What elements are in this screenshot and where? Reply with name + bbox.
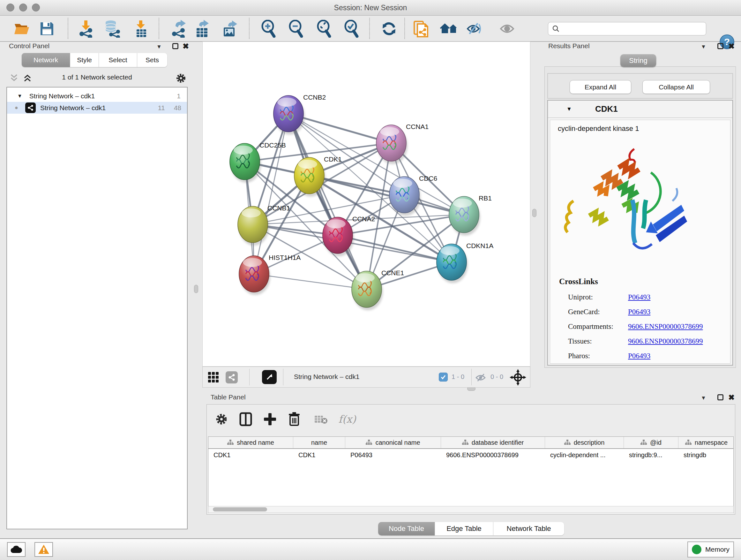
tab-string[interactable]: String xyxy=(620,54,656,67)
column-header-canonical-name[interactable]: canonical name xyxy=(345,437,441,448)
network-node-hist1h1a[interactable] xyxy=(239,256,270,295)
table-panel-float-icon[interactable] xyxy=(718,394,724,400)
delete-column-button[interactable] xyxy=(285,411,303,428)
network-edge[interactable] xyxy=(254,274,367,289)
network-node-rb1[interactable] xyxy=(449,196,480,236)
crosslink-value-link[interactable]: P06493 xyxy=(628,293,650,301)
tab-edge-table[interactable]: Edge Table xyxy=(435,522,493,536)
results-panel-menu-icon[interactable]: ▼ xyxy=(701,44,706,50)
create-column-button[interactable] xyxy=(261,411,279,428)
network-node-ccne1[interactable] xyxy=(352,271,383,310)
protein-collapse-icon[interactable]: ▼ xyxy=(566,106,572,112)
update-view-button[interactable] xyxy=(380,19,398,38)
open-session-button[interactable] xyxy=(13,19,31,38)
network-edge[interactable] xyxy=(288,114,367,289)
crosslink-value-link[interactable]: P06493 xyxy=(628,308,650,316)
selected-checkbox-icon[interactable] xyxy=(439,373,448,381)
left-splitter-handle[interactable] xyxy=(194,285,198,293)
zoom-selected-button[interactable] xyxy=(342,19,360,38)
table-cell[interactable]: stringdb xyxy=(678,449,734,461)
network-node-cdkn1a[interactable] xyxy=(436,244,468,283)
table-horizontal-scrollbar[interactable] xyxy=(208,506,734,513)
network-row[interactable]: ● String Network – cdk1 11 48 xyxy=(7,102,187,114)
tab-network-table[interactable]: Network Table xyxy=(493,522,564,536)
import-network-file-button[interactable] xyxy=(77,19,95,38)
tab-sets[interactable]: Sets xyxy=(137,53,167,67)
import-table-file-button[interactable] xyxy=(132,19,151,38)
birds-eye-view-button[interactable] xyxy=(262,370,277,384)
right-splitter-handle[interactable] xyxy=(532,209,536,217)
table-cell[interactable]: stringdb:9... xyxy=(624,449,678,461)
show-columns-button[interactable] xyxy=(237,411,255,428)
control-panel-close-icon[interactable]: ✖ xyxy=(183,43,189,50)
hide-selected-button[interactable] xyxy=(465,19,484,38)
network-view-canvas[interactable]: CCNB2CCNA1CDC25BCDK1CDC6RB1CCNB1CCNA2CDK… xyxy=(202,42,530,367)
expand-all-button[interactable]: Expand All xyxy=(569,80,631,94)
network-node-ccnb2[interactable] xyxy=(273,96,305,135)
table-cell[interactable]: cyclin-dependent ... xyxy=(545,449,624,461)
protein-section-header[interactable]: ▼ CDK1 xyxy=(548,101,732,118)
grid-view-icon[interactable] xyxy=(208,372,219,383)
collection-expand-icon[interactable]: ▼ xyxy=(17,93,22,99)
control-panel-float-icon[interactable] xyxy=(172,43,179,49)
tab-select[interactable]: Select xyxy=(99,53,137,67)
show-home-button[interactable] xyxy=(440,19,458,38)
tab-network[interactable]: Network xyxy=(22,53,70,67)
crosslink-row: GeneCard:P06493 xyxy=(550,305,730,320)
network-edge[interactable] xyxy=(254,114,288,274)
table-options-button[interactable] xyxy=(212,411,230,428)
pan-crosshair-icon[interactable] xyxy=(510,369,526,386)
crosslink-value-link[interactable]: P06493 xyxy=(628,352,650,360)
network-node-cdk1[interactable] xyxy=(294,158,326,197)
crosslink-row: Uniprot:P06493 xyxy=(550,291,730,305)
search-input[interactable] xyxy=(563,24,702,33)
network-node-ccna1[interactable] xyxy=(376,125,408,164)
table-cell[interactable]: P06493 xyxy=(345,449,441,461)
crosslink-value-link[interactable]: 9606.ENSP00000378699 xyxy=(628,322,703,331)
cloud-status-button[interactable] xyxy=(7,542,25,557)
warning-status-button[interactable] xyxy=(35,542,53,557)
tab-node-table[interactable]: Node Table xyxy=(378,522,435,536)
export-table-button[interactable] xyxy=(193,19,212,38)
column-header-database-identifier[interactable]: database identifier xyxy=(441,437,545,448)
results-panel-body: Expand All Collapse All ▼ CDK1 cyclin-de… xyxy=(544,66,736,368)
export-table-icon xyxy=(194,20,211,38)
zoom-fit-button[interactable] xyxy=(315,19,333,38)
table-panel-close-icon[interactable]: ✖ xyxy=(728,394,735,401)
memory-button[interactable]: Memory xyxy=(687,542,734,557)
show-hidden-button[interactable] xyxy=(498,19,516,38)
column-header-shared-name[interactable]: shared name xyxy=(208,437,293,448)
export-image-button[interactable] xyxy=(221,19,240,38)
delete-table-button[interactable] xyxy=(312,411,330,428)
network-share-view-icon[interactable] xyxy=(226,371,238,383)
collapse-all-button[interactable]: Collapse All xyxy=(643,80,710,94)
network-edge[interactable] xyxy=(338,235,452,262)
import-network-database-button[interactable] xyxy=(103,19,121,38)
table-panel-menu-icon[interactable]: ▼ xyxy=(701,395,706,401)
table-cell[interactable]: CDK1 xyxy=(208,449,293,461)
scrollbar-thumb[interactable] xyxy=(213,507,267,511)
tab-style[interactable]: Style xyxy=(70,53,99,67)
table-cell[interactable]: 9606.ENSP00000378699 xyxy=(441,449,545,461)
table-cell[interactable]: CDK1 xyxy=(293,449,345,461)
save-session-button[interactable] xyxy=(38,19,56,38)
network-collection-row[interactable]: ▼ String Network – cdk1 1 xyxy=(7,90,187,102)
network-node-ccna2[interactable] xyxy=(323,217,354,256)
column-header--id[interactable]: @id xyxy=(624,437,678,448)
clone-network-button[interactable] xyxy=(412,19,431,38)
results-panel-float-icon[interactable] xyxy=(718,43,724,49)
column-header-name[interactable]: name xyxy=(293,437,345,448)
results-panel-close-icon[interactable]: ✖ xyxy=(728,43,735,50)
zoom-in-button[interactable] xyxy=(259,19,278,38)
function-builder-button[interactable]: f(x) xyxy=(334,411,360,428)
zoom-out-button[interactable] xyxy=(286,19,305,38)
column-header-namespace[interactable]: namespace xyxy=(678,437,734,448)
network-options-gear-icon[interactable] xyxy=(176,73,186,84)
column-header-description[interactable]: description xyxy=(545,437,624,448)
crosslink-value-link[interactable]: 9606.ENSP00000378699 xyxy=(628,337,703,346)
refresh-icon xyxy=(381,21,397,37)
export-network-button[interactable] xyxy=(169,19,188,38)
table-row[interactable]: CDK1CDK1P064939606.ENSP00000378699cyclin… xyxy=(208,449,733,461)
network-node-ccnb1[interactable] xyxy=(238,206,269,246)
control-panel-menu-icon[interactable]: ▼ xyxy=(156,44,162,50)
